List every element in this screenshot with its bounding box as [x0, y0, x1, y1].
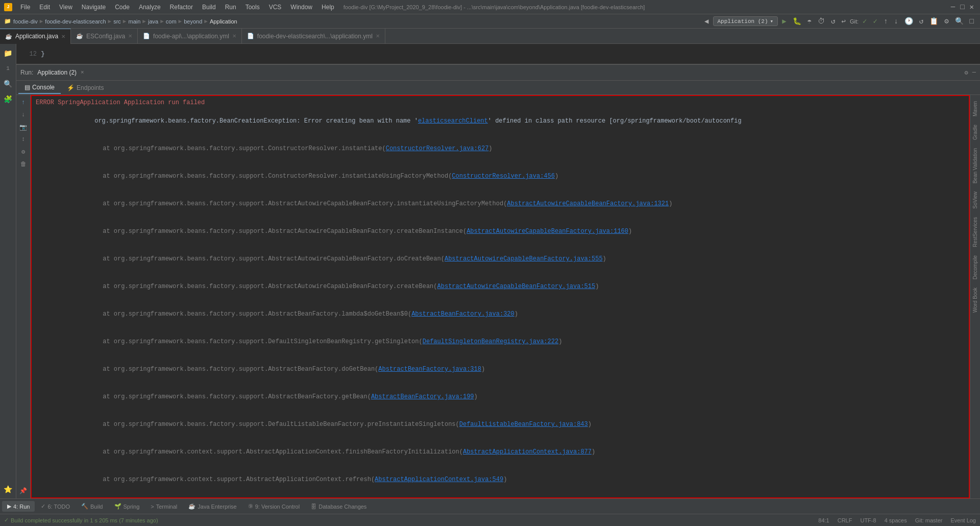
bean-validation-label[interactable]: Bean Validation — [971, 144, 979, 187]
restservices-label[interactable]: RestServices — [971, 213, 979, 251]
menu-vcs[interactable]: VCS — [265, 3, 286, 12]
copy-icon[interactable]: 📋 — [927, 16, 940, 27]
sidebar-structure-icon[interactable]: 1 — [1, 61, 15, 76]
menu-file[interactable]: File — [16, 3, 34, 12]
maven-label[interactable]: Maven — [971, 97, 979, 121]
breadcrumb-main[interactable]: main — [128, 18, 140, 25]
tab-application-yml-2[interactable]: 📄 foodie-dev-elasticsearch\...\applicati… — [242, 29, 385, 44]
link-13[interactable]: AbstractApplicationContext.java:549 — [375, 476, 503, 483]
link-1[interactable]: ConstructorResolver.java:627 — [386, 145, 489, 152]
bottom-tab-spring[interactable]: 🌱 Spring — [109, 501, 145, 512]
menu-code[interactable]: Code — [111, 3, 134, 12]
breadcrumb-module[interactable]: foodie-dev-elasticsearch — [45, 18, 106, 25]
endpoints-tab[interactable]: ⚡ Endpoints — [61, 82, 110, 93]
clear-btn[interactable]: 🗑 — [18, 158, 29, 170]
link-5[interactable]: AbstractAutowireCapableBeanFactory.java:… — [445, 255, 603, 262]
breadcrumb-java[interactable]: java — [148, 18, 158, 25]
gradle-label[interactable]: Gradle — [971, 121, 979, 144]
console-tab[interactable]: ▤ Console — [18, 82, 61, 94]
bottom-tab-db[interactable]: 🗄 Database Changes — [306, 501, 372, 512]
run-settings-icon[interactable]: ⚙ — [965, 69, 968, 77]
menu-run[interactable]: Run — [221, 3, 240, 12]
git-check-icon[interactable]: ✓ — [861, 16, 869, 27]
link-3[interactable]: AbstractAutowireCapableBeanFactory.java:… — [507, 200, 669, 207]
pin-btn[interactable]: 📌 — [18, 485, 29, 496]
soview-label[interactable]: SoView — [971, 187, 979, 213]
sidebar-project-icon[interactable]: 📁 — [1, 46, 15, 60]
screenshot-btn[interactable]: 📷 — [18, 122, 29, 133]
run-config-button[interactable]: Application (2) ▾ — [713, 16, 778, 26]
bottom-tab-terminal[interactable]: > Terminal — [145, 501, 182, 512]
close-btn[interactable]: ✕ — [968, 2, 976, 12]
breadcrumb-beyond[interactable]: beyond — [184, 18, 202, 25]
link-elasticsearch-client[interactable]: elasticsearchClient — [418, 117, 488, 125]
tab-application-java[interactable]: ☕ Application.java ✕ — [0, 29, 71, 44]
breadcrumb-root[interactable]: foodie-div — [13, 18, 38, 25]
bottom-tab-build[interactable]: 🔨 Build — [76, 501, 108, 512]
menu-help[interactable]: Help — [317, 3, 338, 12]
breadcrumb-src[interactable]: src — [113, 18, 121, 25]
menu-tools[interactable]: Tools — [241, 3, 264, 12]
bottom-tab-todo[interactable]: ✓ 6: TODO — [36, 501, 75, 512]
tab-close-icon[interactable]: ✕ — [61, 34, 65, 39]
link-9[interactable]: AbstractBeanFactory.java:318 — [378, 366, 481, 373]
git-branch[interactable]: Git: master — [915, 517, 943, 523]
sidebar-favorites-icon[interactable]: ⭐ — [1, 482, 15, 496]
line-ending[interactable]: CRLF — [838, 517, 852, 523]
run-close-icon[interactable]: × — [81, 69, 84, 76]
reload-icon[interactable]: ↺ — [829, 16, 837, 27]
indent[interactable]: 4 spaces — [885, 517, 907, 523]
menu-window[interactable]: Window — [286, 3, 316, 12]
link-2[interactable]: ConstructorResolver.java:456 — [452, 173, 555, 180]
decompile-label[interactable]: Decompile — [971, 251, 979, 283]
breadcrumb-com[interactable]: com — [166, 18, 177, 25]
console-output[interactable]: ERROR SpringApplication Application run … — [31, 95, 970, 498]
link-11[interactable]: DefaultListableBeanFactory.java:843 — [459, 421, 588, 428]
bottom-tab-run[interactable]: ▶ 4: Run — [2, 501, 35, 512]
tab-close-icon-4[interactable]: ✕ — [376, 33, 380, 39]
scroll-to-end-btn[interactable]: ↑ — [18, 97, 29, 108]
coverage-icon[interactable]: ☂ — [805, 16, 814, 27]
sidebar-plugins-icon[interactable]: 🧩 — [1, 92, 15, 106]
breadcrumb-class[interactable]: Application — [210, 18, 237, 25]
event-log[interactable]: Event Log — [950, 517, 976, 523]
git-history-icon[interactable]: 🕐 — [902, 16, 915, 27]
menu-refactor[interactable]: Refactor — [166, 3, 197, 12]
profile-icon[interactable]: ⏱ — [816, 16, 827, 27]
restore-btn[interactable]: □ — [958, 2, 966, 12]
encoding[interactable]: UTF-8 — [860, 517, 876, 523]
tab-esconfig-java[interactable]: ☕ ESConfig.java ✕ — [71, 29, 138, 44]
tab-close-icon-2[interactable]: ✕ — [128, 33, 132, 39]
run-icon[interactable]: ▶ — [780, 16, 788, 27]
debug-icon[interactable]: 🐛 — [791, 16, 803, 27]
settings-icon[interactable]: ⚙ — [942, 16, 950, 27]
menu-analyze[interactable]: Analyze — [135, 3, 165, 12]
minimize-btn[interactable]: ─ — [949, 2, 957, 12]
menu-navigate[interactable]: Navigate — [78, 3, 110, 12]
bottom-tab-vcs[interactable]: ⑨ 9: Version Control — [243, 501, 305, 512]
menu-build[interactable]: Build — [198, 3, 220, 12]
sidebar-search-icon[interactable]: 🔍 — [1, 77, 15, 91]
git-revert-icon[interactable]: ↺ — [917, 16, 925, 27]
link-10[interactable]: AbstractBeanFactory.java:199 — [371, 393, 474, 400]
undo-icon[interactable]: ↩ — [839, 16, 847, 27]
git-push-icon[interactable]: ↑ — [881, 16, 890, 27]
git-pull-icon[interactable]: ↓ — [892, 16, 900, 27]
link-7[interactable]: AbstractBeanFactory.java:320 — [411, 310, 514, 318]
run-minimize-icon[interactable]: ─ — [972, 69, 976, 76]
link-8[interactable]: DefaultSingletonBeanRegistry.java:222 — [423, 338, 558, 345]
back-icon[interactable]: ◀ — [702, 16, 710, 27]
link-12[interactable]: AbstractApplicationContext.java:877 — [463, 448, 592, 456]
filter-btn[interactable]: ⚙ — [18, 146, 29, 157]
scroll-to-start-btn[interactable]: ↓ — [18, 109, 29, 121]
tab-close-icon-3[interactable]: ✕ — [232, 33, 236, 39]
wordbook-label[interactable]: Word Book — [971, 283, 979, 317]
link-6[interactable]: AbstractAutowireCapableBeanFactory.java:… — [437, 283, 596, 290]
menu-edit[interactable]: Edit — [35, 3, 54, 12]
wrap-btn[interactable]: ↕ — [18, 134, 29, 145]
link-4[interactable]: AbstractAutowireCapableBeanFactory.java:… — [467, 228, 628, 235]
git-check2-icon[interactable]: ✓ — [871, 16, 879, 27]
bottom-tab-enterprise[interactable]: ☕ Java Enterprise — [183, 501, 241, 512]
menu-view[interactable]: View — [55, 3, 77, 12]
search-everywhere-icon[interactable]: 🔍 — [953, 16, 966, 27]
